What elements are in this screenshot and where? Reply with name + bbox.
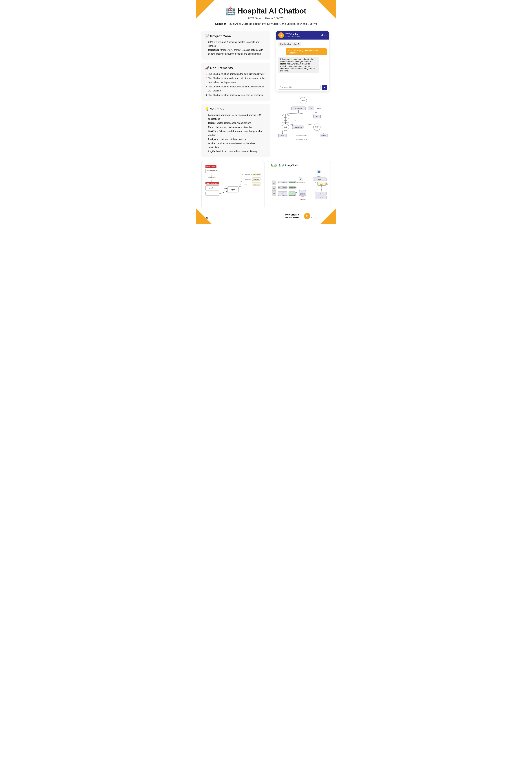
svg-text:chunk of (b) document: chunk of (b) document <box>278 187 287 188</box>
solution-item-postgres: Postgres: relational database system <box>208 137 267 141</box>
rasa-diagram-section: RASA SDK ⚙ Action Server Actions/Events … <box>201 161 265 208</box>
zgt-footer-icon <box>304 213 310 219</box>
svg-text:PDF: PDF <box>272 182 275 184</box>
req-item-3: The Chatbot must be integrated as a chat… <box>208 85 267 93</box>
svg-text:Policies: Policies <box>209 188 214 189</box>
svg-text:PDF: PDF <box>272 193 275 194</box>
langchain-title: 🦜🔗 LangChain <box>278 164 298 167</box>
svg-line-31 <box>298 113 317 115</box>
svg-text:knowledge: knowledge <box>300 194 305 195</box>
svg-text:embeddings: embeddings <box>289 195 295 196</box>
svg-text:rasa_actions: rasa_actions <box>294 126 302 128</box>
svg-text:qdrant: qdrant <box>281 135 285 136</box>
refresh-icon[interactable]: ↺ <box>321 34 323 37</box>
architecture-diagram: 3000 zgt-chatbot-ui 5005 /traefik /app 5… <box>274 94 331 142</box>
svg-text:Tracker Lock: Tracker Lock <box>244 178 250 180</box>
svg-text:Lock Store: Lock Store <box>253 178 259 180</box>
svg-line-36 <box>317 130 324 134</box>
svg-text:store: store <box>302 196 304 196</box>
svg-text:6333: 6333 <box>284 126 287 128</box>
svg-text:Dialogue: Dialogue <box>209 186 214 188</box>
solution-card: 💡 Solution Langchain: framework for deve… <box>201 104 271 157</box>
minimize-icon[interactable]: — <box>324 34 327 37</box>
solution-item-qdrant: Qdrant: vector database for AI applicati… <box>208 121 267 125</box>
langchain-diagram-section: 🦜🔗 🦜🔗 LangChain 👤 What is a neural netwo… <box>268 161 331 208</box>
rasa-diagram-card: RASA SDK ⚙ Action Server Actions/Events … <box>201 161 265 208</box>
chat-message-3: U kunt aangifte van een geboorte doen vi… <box>278 57 319 73</box>
svg-text:chunk of (c) document: chunk of (c) document <box>278 192 287 193</box>
svg-text:What is a neural: What is a neural <box>315 174 323 175</box>
chatbot-body: Hoe kan ik u helpen? Waar kan ik aangift… <box>276 40 329 83</box>
svg-text:5005: 5005 <box>310 108 313 109</box>
langchain-diagram-card: 🦜🔗 🦜🔗 LangChain 👤 What is a neural netwo… <box>268 161 331 205</box>
solution-item-nextjs: NextJS: a full-stack web framework suppl… <box>208 129 267 137</box>
svg-point-134 <box>306 215 308 217</box>
svg-text:net: zgtchatbot_internal: net: zgtchatbot_internal <box>296 139 307 140</box>
svg-text:embeddings: embeddings <box>289 192 295 193</box>
svg-text:postgres: postgres <box>321 135 326 136</box>
chatbot-header: zgt ZGT Chatbot ● Altijd beschikbaar ↺ — <box>276 31 329 40</box>
project-case-title: 📝 Project Case <box>205 34 267 38</box>
svg-text:⬡ qdrant: ⬡ qdrant <box>300 198 305 200</box>
svg-text:vector store: vector store <box>300 192 305 194</box>
svg-line-37 <box>291 129 298 135</box>
footer-logos: UNIVERSITY OF TWENTE. zgt Topzorg voor u… <box>285 213 331 219</box>
svg-text:⚙: ⚙ <box>300 178 302 180</box>
chatbot-send-button[interactable]: ➤ <box>322 85 327 90</box>
svg-text:NLU Pipeline: NLU Pipeline <box>208 193 216 194</box>
svg-text:OPEN SOURCE: OPEN SOURCE <box>211 182 220 184</box>
group-info: Group 9: Hayel Akel, Jurre de Ruiter, Il… <box>199 22 333 26</box>
requirements-list: The Chatbot must be trained on the data … <box>205 72 267 97</box>
svg-text:⚙: ⚙ <box>207 169 208 171</box>
solution-item-rasa: Rasa: platform for building conversation… <box>208 125 267 129</box>
svg-text:Action Server: Action Server <box>208 169 217 171</box>
svg-text:rasa: rasa <box>316 116 318 117</box>
svg-text:net: zgtchatbot_public: net: zgtchatbot_public <box>296 135 307 136</box>
project-case-item-2: Objective: introducing AI chatbot to ass… <box>208 48 267 56</box>
page-footer: zgt.nl UNIVERSITY OF TWENTE. zgt Topzorg… <box>196 211 336 224</box>
solution-list: Langchain: framework for developing & tr… <box>205 113 267 153</box>
page-title: Hospital AI Chatbot <box>238 7 306 15</box>
req-item-4: The Chatbot must be deployable as a Dock… <box>208 93 267 97</box>
solution-item-langchain: Langchain: framework for developing & tr… <box>208 113 267 121</box>
svg-line-128 <box>295 187 301 188</box>
svg-text:RASA: RASA <box>206 182 210 184</box>
svg-text:5432: 5432 <box>315 126 319 128</box>
svg-text:Answer: Answer <box>319 197 323 198</box>
chatbot-header-left: zgt ZGT Chatbot ● Altijd beschikbaar <box>278 32 300 38</box>
svg-text:RASA: RASA <box>206 166 210 167</box>
svg-text:Tracker Store: Tracker Store <box>253 174 260 175</box>
chatbot-controls: ↺ — <box>321 34 327 37</box>
svg-line-29 <box>285 113 298 114</box>
group-members: Hayel Akel, Jurre de Ruiter, Ilya Sinyug… <box>227 22 317 25</box>
svg-text:/traefik: /traefik <box>317 108 321 109</box>
svg-line-60 <box>219 191 227 194</box>
svg-line-73 <box>238 174 243 189</box>
rasa-svg: RASA SDK ⚙ Action Server Actions/Events … <box>204 164 262 205</box>
svg-text:/applications: /applications <box>294 119 301 121</box>
svg-text:/app: /app <box>314 111 317 113</box>
svg-text:similarity search: similarity search <box>309 186 317 188</box>
svg-text:⚙: ⚙ <box>326 183 327 185</box>
right-column: zgt ZGT Chatbot ● Altijd beschikbaar ↺ —… <box>274 31 331 142</box>
svg-text:chunk of (d) document: chunk of (d) document <box>278 195 287 196</box>
svg-text:chunk of (a) document: chunk of (a) document <box>278 182 287 183</box>
svg-line-74 <box>238 179 243 189</box>
project-case-item-1: ZGT: is a group of 2 hospitals located i… <box>208 40 267 48</box>
svg-text:3000: 3000 <box>301 100 305 102</box>
req-item-2: The Chatbot must provide practical infor… <box>208 76 267 84</box>
svg-line-75 <box>238 184 243 189</box>
ut-logo: UNIVERSITY OF TWENTE. <box>285 213 299 219</box>
langchain-svg: 👤 What is a neural network? Input ⚙ cust… <box>270 168 328 202</box>
solution-item-docker: Docker: provides containerization for th… <box>208 141 267 149</box>
group-label: Group 9: <box>215 22 227 25</box>
page-header: 🏥 Hospital AI Chatbot TCS Design Project… <box>196 0 336 27</box>
chat-message-2: Waar kan ik aangifte doen van een geboor… <box>286 48 327 55</box>
chatbot-input[interactable] <box>278 85 321 90</box>
svg-text:SDK: SDK <box>212 166 215 167</box>
svg-text:network?: network? <box>317 176 321 177</box>
requirements-card: 🚀 Requirements The Chatbot must be train… <box>201 63 271 101</box>
svg-text:embeddings: embeddings <box>289 187 295 188</box>
chatbot-name: ZGT Chatbot <box>285 33 300 35</box>
solution-item-regex: RegEx: basic input privacy detection and… <box>208 149 267 153</box>
